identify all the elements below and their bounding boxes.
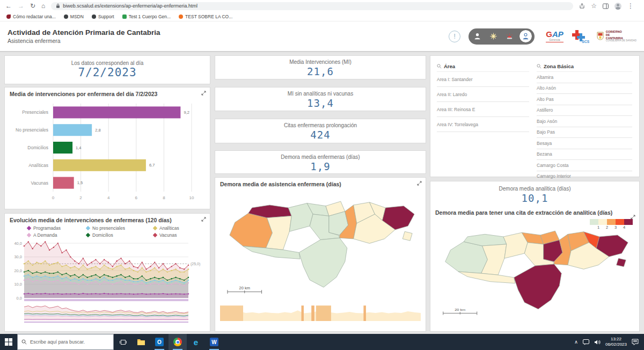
kpi-value: 13,4 (215, 97, 426, 109)
filter-option[interactable]: Alto Pas (537, 94, 632, 105)
filter-option[interactable]: Astillero (537, 105, 632, 116)
bookmark-item[interactable]: TEST SOBRE LA CO... (179, 14, 232, 19)
refresh-icon[interactable]: ↻ (30, 3, 35, 9)
map-enfermera[interactable]: 20 km (219, 189, 422, 297)
svg-text:2,8: 2,8 (95, 128, 100, 133)
profile-avatar[interactable] (614, 3, 621, 10)
map-enfermera-title: Demora media de asistencia enfermera (dí… (215, 178, 426, 188)
svg-text:2: 2 (79, 195, 82, 200)
doctor-icon[interactable] (471, 30, 484, 43)
filter-option[interactable]: Camargo Interior (537, 171, 632, 183)
bar-chart[interactable]: 0246810Presenciales9,2No presenciales2,8… (6, 98, 209, 205)
filter-option[interactable]: Area I: Santander (437, 72, 529, 87)
svg-text:Vacunas: Vacunas (31, 180, 48, 186)
bar-chart-title: Media de intervenciones por enfermera de… (5, 88, 210, 98)
svg-text:20 km: 20 km (239, 286, 251, 289)
word-icon[interactable]: W (205, 334, 223, 350)
svg-text:No presenciales: No presenciales (16, 127, 48, 133)
siren-icon[interactable] (503, 30, 516, 43)
url-bar[interactable]: biweb.scsalud.es/extensions/ap-enfermeri… (51, 2, 573, 10)
bookmark-star-icon[interactable]: ☆ (591, 3, 597, 9)
bookmark-item[interactable]: Cómo redactar una... (6, 14, 56, 19)
search-icon (21, 339, 27, 345)
chrome-icon[interactable] (169, 334, 187, 350)
favicon (179, 14, 183, 19)
side-panel-icon[interactable] (603, 3, 609, 9)
info-icon[interactable]: ! (449, 31, 460, 42)
bookmark-item[interactable]: MSDN (64, 14, 84, 19)
tray-clock[interactable]: 13:22 06/02/2023 (605, 337, 627, 348)
svg-text:8: 8 (163, 195, 165, 200)
area-filter-header[interactable]: Área (437, 61, 529, 72)
filter-option[interactable]: Area IV: Torrelavega (437, 117, 529, 132)
expand-icon[interactable] (417, 181, 422, 186)
bookmark-item[interactable]: Support (92, 14, 114, 19)
start-button[interactable] (0, 334, 17, 350)
svg-text:9,2: 9,2 (184, 110, 189, 115)
svg-text:(25,0): (25,0) (191, 262, 200, 266)
filter-option[interactable]: Alto Asón (537, 83, 632, 94)
kpi-label: Media Intervenciones (MI) (215, 59, 426, 65)
expand-icon[interactable] (201, 91, 206, 96)
legend-item[interactable]: Analíticas (153, 225, 204, 231)
tray-speaker-icon[interactable] (594, 339, 601, 345)
date-label: Los datos corresponden al día (5, 60, 210, 66)
share-icon[interactable] (579, 3, 585, 9)
evolution-chart-title: Evolución media de intervenciones de enf… (5, 214, 210, 224)
task-view-button[interactable] (114, 334, 132, 350)
favicon (92, 14, 96, 19)
home-icon[interactable]: ⌂ (41, 3, 45, 9)
forward-icon[interactable]: → (18, 3, 24, 9)
filter-option[interactable]: Bajo Pas (537, 127, 632, 138)
map-strip[interactable] (219, 299, 422, 323)
legend-item[interactable]: No presenciales (86, 225, 153, 231)
file-explorer-icon[interactable] (132, 334, 150, 350)
screen: ← → ↻ ⌂ biweb.scsalud.es/extensions/ap-e… (0, 0, 644, 350)
legend-item[interactable]: A Demanda (27, 232, 86, 238)
bookmark-item[interactable]: Test 1 Cuerpo Gen... (122, 14, 171, 19)
taskbar-search-input[interactable]: Escribe aquí para buscar. (17, 334, 114, 350)
filter-option[interactable]: Bajo Asón (537, 116, 632, 127)
svg-text:SCS: SCS (582, 40, 589, 43)
back-icon[interactable]: ← (5, 3, 12, 9)
filter-option[interactable]: Camargo Costa (537, 160, 632, 171)
internet-explorer-icon[interactable]: e (187, 334, 205, 350)
app-header: Actividad de Atención Primaria de Cantab… (0, 21, 644, 52)
taskbar: Escribe aquí para buscar. O e W ∧ (0, 334, 644, 350)
map-color-legend: 1234 (590, 219, 633, 230)
page-subtitle: Asistencia enfermera (8, 38, 160, 44)
evolution-chart-card: Evolución media de intervenciones de enf… (4, 213, 210, 332)
filter-option[interactable]: Besaya (537, 138, 632, 149)
zona-filter-header[interactable]: Zona Básica (537, 61, 632, 72)
browser-toolbar: ← → ↻ ⌂ biweb.scsalud.es/extensions/ap-e… (0, 0, 644, 12)
evolution-chart[interactable]: 0,010,020,030,040,0(25,0) (6, 238, 209, 325)
kpi-card: Media Intervenciones (MI) 21,6 (215, 55, 426, 79)
expand-icon[interactable] (201, 217, 206, 222)
menu-kebab-icon[interactable]: ⋮ (627, 3, 634, 9)
legend-item[interactable]: Vacunas (153, 232, 204, 238)
view-toggle-group (469, 28, 535, 45)
virus-icon[interactable] (487, 30, 500, 43)
svg-text:1,5: 1,5 (77, 180, 83, 185)
svg-text:6: 6 (135, 195, 138, 200)
map-analitica-title: Demora media para tener una cita de extr… (430, 206, 639, 217)
filter-option[interactable]: Bezana (537, 149, 632, 161)
legend-item[interactable]: Programadas (27, 225, 86, 231)
svg-text:0: 0 (52, 195, 55, 200)
filter-option[interactable]: Altamira (537, 72, 632, 83)
filter-option[interactable]: Area III: Reinosa E (437, 102, 529, 117)
tray-chevron-icon[interactable]: ∧ (574, 339, 578, 345)
nurse-icon[interactable] (519, 30, 532, 43)
svg-text:6,7: 6,7 (149, 163, 155, 167)
outlook-icon[interactable]: O (150, 334, 169, 350)
tray-chat-icon[interactable] (583, 339, 589, 345)
legend-item[interactable]: Domicilios (86, 232, 153, 238)
date-card: Los datos corresponden al día 7/2/2023 (4, 55, 210, 84)
action-center-icon[interactable] (632, 339, 639, 345)
svg-text:10: 10 (189, 195, 194, 200)
map-analitica[interactable]: 20 km (435, 220, 635, 318)
chart-legend: Programadas No presenciales Analíticas A… (27, 225, 210, 238)
filter-option[interactable]: Area II: Laredo (437, 87, 529, 102)
lock-icon (56, 3, 60, 9)
kpi-value: 1,9 (215, 161, 426, 172)
